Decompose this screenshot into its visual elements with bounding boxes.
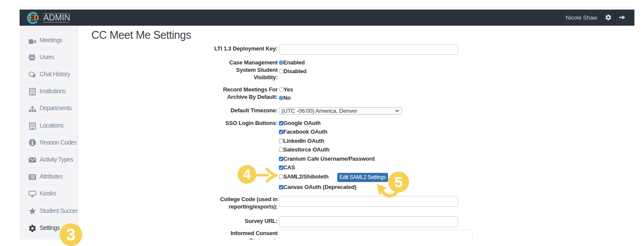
svg-text:ED: ED	[29, 13, 39, 22]
svg-text:ADMIN: ADMIN	[44, 12, 70, 22]
